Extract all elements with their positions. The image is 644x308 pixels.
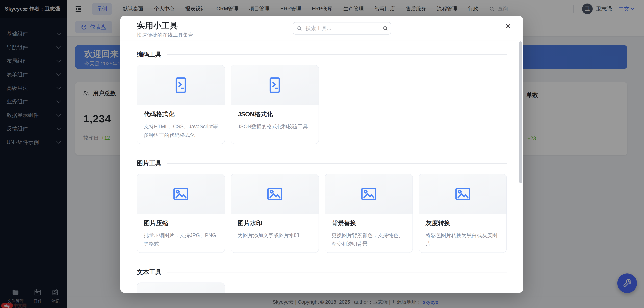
section-image-tools: 图片工具 (137, 159, 507, 168)
modal-search (293, 22, 391, 34)
terminal-icon (231, 65, 318, 105)
image-icon (419, 174, 506, 214)
divider (167, 163, 507, 163)
tool-card-json-format[interactable]: JSON格式化 JSON数据的格式化和校验工具 (231, 65, 319, 144)
tool-card-background-replace[interactable]: 背景替换 更换图片背景颜色，支持纯色、渐变和透明背景 (324, 174, 413, 253)
modal-header: 实用小工具 快速便捷的在线工具集合 ✕ (120, 16, 523, 41)
divider (167, 54, 507, 55)
image-icon (137, 174, 224, 214)
modal-title: 实用小工具 (137, 20, 178, 31)
tools-modal: 实用小工具 快速便捷的在线工具集合 ✕ 编码工具 代码格式化 (120, 16, 523, 293)
tool-search-input[interactable] (293, 22, 380, 34)
modal-scrollbar-thumb[interactable] (519, 41, 522, 183)
close-icon[interactable]: ✕ (505, 23, 511, 30)
tool-card-grayscale[interactable]: 灰度转换 将彩色图片转换为黑白或灰度图片 (419, 174, 507, 253)
tool-card-code-format[interactable]: 代码格式化 支持HTML、CSS、JavaScript等多种语言的代码格式化 (137, 65, 225, 144)
tool-card-image-watermark[interactable]: 图片水印 为图片添加文字或图片水印 (231, 174, 319, 253)
modal-body: 编码工具 代码格式化 支持HTML、CSS、JavaScript等多种语言的代码… (120, 41, 518, 293)
image-icon (231, 174, 318, 214)
terminal-icon (137, 65, 224, 105)
section-text-tools: 文本工具 (137, 268, 507, 276)
tool-card-text[interactable] (137, 283, 225, 293)
divider (167, 272, 507, 272)
tool-card-image-compress[interactable]: 图片压缩 批量压缩图片，支持JPG、PNG等格式 (137, 174, 225, 253)
search-button[interactable] (380, 22, 391, 34)
image-icon (325, 174, 412, 214)
modal-subtitle: 快速便捷的在线工具集合 (137, 32, 193, 38)
text-a-icon (137, 283, 224, 293)
section-coding-tools: 编码工具 (137, 50, 507, 59)
search-icon (382, 25, 388, 31)
search-icon (296, 25, 302, 31)
app-root: Skyeye云 作者：卫志强 基础组件 导航组件 布局组件 表单组件 高级用法 … (0, 0, 644, 308)
